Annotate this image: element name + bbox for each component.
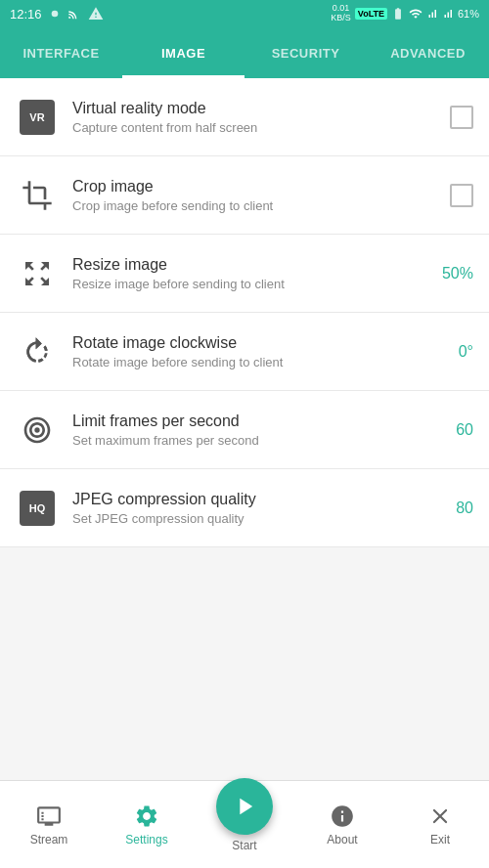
tab-bar: INTERFACE IMAGE SECURITY ADVANCED	[0, 27, 489, 78]
jpeg-value: 80	[456, 499, 473, 516]
vr-icon: VR	[20, 100, 55, 135]
vr-mode-checkbox[interactable]	[450, 106, 473, 129]
fps-value: 60	[456, 421, 473, 438]
rotate-image-desc: Rotate image before sending to client	[72, 355, 449, 369]
bottom-nav: Stream Settings Start About Exit	[0, 780, 489, 868]
nav-exit[interactable]: Exit	[391, 803, 489, 846]
notification-icon	[47, 6, 63, 22]
resize-image-value[interactable]: 50%	[442, 265, 473, 282]
nav-settings[interactable]: Settings	[98, 803, 196, 846]
about-label: About	[327, 833, 357, 846]
jpeg-quality-title: JPEG compression quality	[72, 491, 446, 508]
resize-icon	[22, 258, 53, 289]
start-label: Start	[232, 839, 256, 852]
jpeg-quality-text: JPEG compression quality Set JPEG compre…	[72, 491, 446, 526]
nav-start[interactable]: Start	[196, 798, 293, 852]
signal-icon	[426, 8, 438, 20]
tab-image[interactable]: IMAGE	[122, 27, 244, 78]
play-icon	[231, 793, 258, 820]
battery-charging-icon	[391, 7, 405, 21]
rotate-icon-container	[16, 330, 59, 373]
fps-value-control[interactable]: 60	[456, 421, 473, 439]
status-right: 0.01KB/S VoLTE 61%	[331, 4, 479, 23]
status-bar: 12:16 0.01KB/S VoLTE 61%	[0, 0, 489, 27]
settings-icon	[134, 803, 159, 829]
crop-image-text: Crop image Crop image before sending to …	[72, 178, 440, 213]
status-time: 12:16	[10, 7, 42, 22]
jpeg-value-control[interactable]: 80	[456, 499, 473, 517]
jpeg-quality-desc: Set JPEG compression quality	[72, 511, 446, 526]
svg-point-1	[34, 427, 39, 432]
rotate-image-title: Rotate image clockwise	[72, 334, 449, 352]
checkbox-vr[interactable]	[450, 106, 473, 129]
network-type: VoLTE	[355, 8, 387, 20]
rotate-value: 0°	[459, 343, 473, 360]
stream-icon	[36, 803, 62, 829]
svg-point-0	[51, 11, 58, 18]
setting-rotate-image[interactable]: Rotate image clockwise Rotate image befo…	[0, 313, 489, 391]
crop-image-desc: Crop image before sending to client	[72, 198, 440, 213]
nav-about[interactable]: About	[293, 803, 391, 846]
settings-label: Settings	[125, 833, 167, 846]
rotate-image-value[interactable]: 0°	[459, 343, 473, 361]
stream-label: Stream	[30, 833, 68, 846]
hq-icon: HQ	[20, 491, 55, 526]
resize-value: 50%	[442, 265, 473, 282]
tab-interface[interactable]: INTERFACE	[0, 27, 122, 78]
limit-fps-title: Limit frames per second	[72, 412, 446, 430]
hq-icon-container: HQ	[16, 487, 59, 530]
rotate-icon	[22, 336, 53, 368]
vr-mode-text: Virtual reality mode Capture content fro…	[72, 100, 440, 135]
crop-icon	[22, 180, 53, 211]
battery-percent: 61%	[458, 8, 479, 20]
nav-stream[interactable]: Stream	[0, 803, 98, 846]
resize-image-text: Resize image Resize image before sending…	[72, 256, 432, 291]
wifi-icon	[409, 7, 422, 21]
limit-fps-text: Limit frames per second Set maximum fram…	[72, 412, 446, 448]
setting-jpeg-quality[interactable]: HQ JPEG compression quality Set JPEG com…	[0, 469, 489, 547]
setting-limit-fps[interactable]: Limit frames per second Set maximum fram…	[0, 391, 489, 469]
tab-security[interactable]: SECURITY	[244, 27, 367, 78]
setting-crop-image[interactable]: Crop image Crop image before sending to …	[0, 156, 489, 235]
vr-icon-container: VR	[16, 96, 59, 139]
limit-fps-desc: Set maximum frames per second	[72, 433, 446, 448]
vr-mode-title: Virtual reality mode	[72, 100, 440, 117]
status-left: 12:16	[10, 6, 104, 22]
vr-mode-desc: Capture content from half screen	[72, 120, 440, 135]
exit-label: Exit	[430, 833, 450, 846]
warning-icon	[88, 6, 104, 22]
resize-image-title: Resize image	[72, 256, 432, 274]
cast-icon	[67, 6, 83, 22]
fps-icon	[22, 414, 53, 446]
start-fab[interactable]	[216, 778, 273, 835]
data-speed: 0.01KB/S	[331, 4, 351, 23]
setting-resize-image[interactable]: Resize image Resize image before sending…	[0, 235, 489, 313]
setting-vr-mode[interactable]: VR Virtual reality mode Capture content …	[0, 78, 489, 156]
tab-advanced[interactable]: ADVANCED	[367, 27, 489, 78]
resize-icon-container	[16, 252, 59, 295]
settings-list: VR Virtual reality mode Capture content …	[0, 78, 489, 547]
rotate-image-text: Rotate image clockwise Rotate image befo…	[72, 334, 449, 369]
crop-icon-container	[16, 174, 59, 217]
crop-image-checkbox[interactable]	[450, 184, 473, 207]
crop-image-title: Crop image	[72, 178, 440, 195]
resize-image-desc: Resize image before sending to client	[72, 277, 432, 291]
fps-icon-container	[16, 409, 59, 452]
signal2-icon	[442, 8, 454, 20]
about-icon	[330, 803, 355, 829]
exit-icon	[427, 803, 453, 829]
checkbox-crop[interactable]	[450, 184, 473, 207]
